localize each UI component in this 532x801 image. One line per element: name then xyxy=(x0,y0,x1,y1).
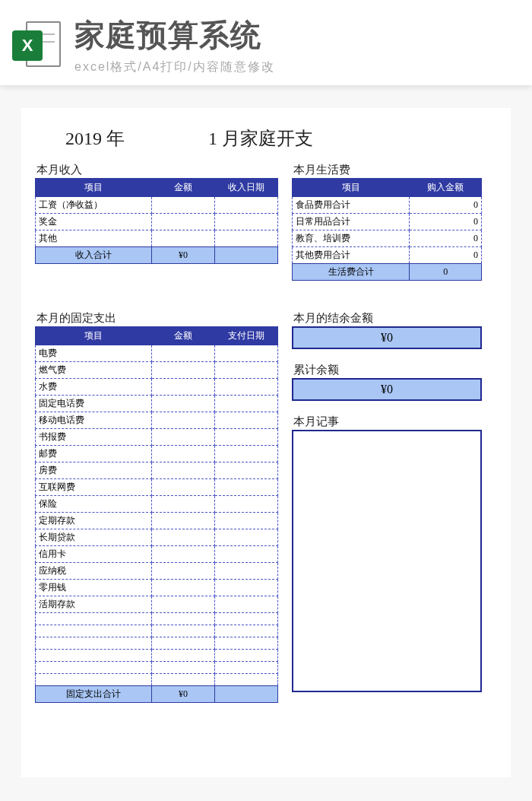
living-h2: 购入金额 xyxy=(410,179,482,197)
income-h1: 项目 xyxy=(36,179,152,197)
remain-label: 本月的结余金额 xyxy=(293,311,482,326)
notes-box[interactable] xyxy=(292,430,482,692)
income-cell[interactable]: 其他 xyxy=(36,230,152,247)
fixed-label: 本月的固定支出 xyxy=(36,311,278,326)
fixed-cell[interactable]: 移动电话费 xyxy=(36,412,152,429)
cumulative-label: 累计余额 xyxy=(293,363,482,377)
remain-value: ¥0 xyxy=(292,326,482,349)
fixed-cell[interactable]: 定期存款 xyxy=(36,513,152,529)
fixed-cell[interactable]: 书报费 xyxy=(36,429,152,446)
excel-icon: X xyxy=(12,18,64,72)
banner-title: 家庭预算系统 xyxy=(74,14,275,56)
fixed-h2: 金额 xyxy=(152,327,215,345)
fixed-cell[interactable]: 活期存款 xyxy=(36,596,152,613)
fixed-cell[interactable]: 长期贷款 xyxy=(36,529,152,546)
fixed-cell[interactable]: 固定电话费 xyxy=(36,396,152,412)
fixed-cell[interactable]: 保险 xyxy=(36,496,152,513)
document-title: 2019 年 1 月家庭开支 xyxy=(65,126,497,151)
income-label: 本月收入 xyxy=(36,163,278,177)
living-label: 本月生活费 xyxy=(293,163,482,177)
fixed-total-value: ¥0 xyxy=(152,686,215,703)
living-total-label: 生活费合计 xyxy=(293,264,410,281)
cumulative-value: ¥0 xyxy=(292,378,482,401)
fixed-cell[interactable]: 电费 xyxy=(36,345,152,362)
excel-badge: X xyxy=(12,30,43,61)
income-cell[interactable]: 奖金 xyxy=(36,214,152,230)
fixed-cell[interactable]: 燃气费 xyxy=(36,362,152,379)
living-total-value: 0 xyxy=(410,264,482,281)
income-h3: 收入日期 xyxy=(215,179,278,197)
income-h2: 金额 xyxy=(152,179,215,197)
living-table[interactable]: 项目 购入金额 食品费用合计0 日常用品合计0 教育、培训费0 其他费用合计0 … xyxy=(292,178,482,281)
worksheet-page: 2019 年 1 月家庭开支 本月收入 项目 金额 收入日期 工资（净收益） 奖… xyxy=(21,108,511,777)
income-total-value: ¥0 xyxy=(152,247,215,264)
title-year: 2019 年 xyxy=(65,126,125,151)
fixed-cell[interactable]: 水费 xyxy=(36,379,152,396)
fixed-cell[interactable]: 邮费 xyxy=(36,446,152,462)
income-total-label: 收入合计 xyxy=(36,247,152,264)
living-h1: 项目 xyxy=(293,179,410,197)
fixed-h1: 项目 xyxy=(36,327,152,345)
fixed-cell[interactable]: 互联网费 xyxy=(36,479,152,496)
fixed-cell[interactable]: 房费 xyxy=(36,462,152,479)
fixed-cell[interactable]: 信用卡 xyxy=(36,546,152,563)
fixed-h3: 支付日期 xyxy=(215,327,278,345)
notes-label: 本月记事 xyxy=(293,415,482,429)
income-table[interactable]: 项目 金额 收入日期 工资（净收益） 奖金 其他 收入合计 ¥0 xyxy=(35,178,278,264)
fixed-table[interactable]: 项目 金额 支付日期 电费燃气费水费固定电话费移动电话费书报费邮费房费互联网费保… xyxy=(35,326,278,703)
fixed-cell[interactable]: 应纳税 xyxy=(36,563,152,580)
fixed-cell[interactable]: 零用钱 xyxy=(36,580,152,596)
banner-subtitle: excel格式/A4打印/内容随意修改 xyxy=(74,59,275,75)
fixed-total-label: 固定支出合计 xyxy=(36,686,152,703)
income-cell[interactable]: 工资（净收益） xyxy=(36,197,152,214)
title-month: 1 月家庭开支 xyxy=(208,126,313,151)
template-banner: X 家庭预算系统 excel格式/A4打印/内容随意修改 xyxy=(0,0,532,85)
